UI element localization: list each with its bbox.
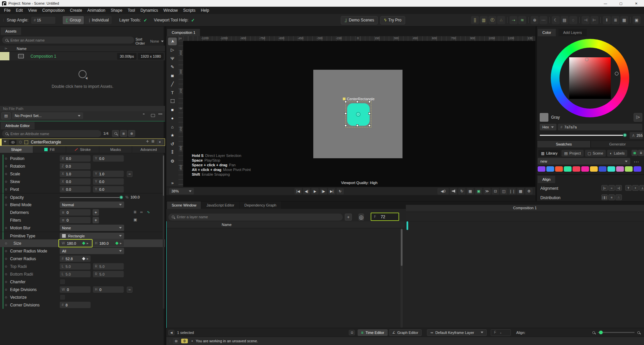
- alpha-slider[interactable]: [540, 135, 626, 136]
- align-right-icon[interactable]: =|: [615, 185, 622, 191]
- panel-icon[interactable]: ◫: [500, 188, 507, 194]
- keyframe-next-icon[interactable]: ▶: [87, 242, 89, 245]
- palette-swatch[interactable]: [607, 166, 615, 172]
- attribute-dot-icon[interactable]: [5, 173, 7, 175]
- opacity-knob[interactable]: [119, 195, 123, 199]
- menu-tool[interactable]: Tool: [125, 7, 138, 14]
- add-icon[interactable]: +: [93, 209, 99, 216]
- wave-icon[interactable]: ∿: [147, 210, 150, 214]
- select-tool[interactable]: ➤: [168, 38, 177, 45]
- checkbox-chamfer[interactable]: [60, 279, 65, 285]
- add-circle-icon[interactable]: ⊕: [531, 16, 539, 24]
- pentagon-tool[interactable]: ⌂: [168, 123, 177, 131]
- step-back-icon[interactable]: ◀|: [303, 188, 310, 194]
- pin-icon[interactable]: ✛: [146, 139, 149, 145]
- individual-button[interactable]: ⢸Individual: [85, 16, 112, 24]
- attribute-dot-icon[interactable]: [5, 289, 7, 291]
- layer-search-input[interactable]: Enter a layer name: [168, 214, 343, 221]
- selection-handle[interactable]: [368, 112, 371, 115]
- screen-icon[interactable]: [151, 114, 155, 117]
- step-forward-icon[interactable]: |▶: [320, 188, 327, 194]
- collapse-icon[interactable]: ◀: [168, 330, 174, 335]
- onion-icon[interactable]: ◎: [359, 214, 364, 221]
- keyframe-area[interactable]: [406, 228, 644, 328]
- tab-dependency-graph[interactable]: Dependency Graph: [240, 202, 281, 209]
- list-view-icon[interactable]: ≣: [638, 150, 644, 156]
- palette-select[interactable]: new: [538, 158, 630, 165]
- dash-arrow-icon[interactable]: ⇢: [509, 16, 518, 24]
- eye-icon[interactable]: [9, 140, 16, 145]
- attribute-dot-icon[interactable]: [5, 266, 7, 268]
- keyframe-next-icon[interactable]: ▶: [87, 257, 89, 260]
- arc-tool[interactable]: ↺: [168, 140, 177, 148]
- project-icon[interactable]: ▤: [1, 112, 11, 119]
- menu-scripts[interactable]: Scripts: [180, 7, 198, 14]
- add-layer-button[interactable]: +: [345, 214, 352, 221]
- palette-swatch[interactable]: [581, 166, 589, 172]
- burst-tool[interactable]: ⁑: [168, 149, 177, 157]
- lib-tab-scene[interactable]: ▢Scene: [585, 150, 606, 157]
- saturation-value-box[interactable]: [569, 57, 611, 99]
- align-bottom-icon[interactable]: ⊥: [639, 185, 644, 191]
- menu-edit[interactable]: Edit: [13, 7, 25, 14]
- menu-dynamics[interactable]: Dynamics: [138, 7, 161, 14]
- demo-scenes-button[interactable]: ⣸ Demo Scenes: [341, 16, 378, 24]
- selection-handle[interactable]: [344, 101, 347, 103]
- value-field[interactable]: Y0.0: [93, 186, 124, 192]
- attr-tab-masks[interactable]: Masks: [99, 146, 132, 153]
- attribute-dot-icon[interactable]: [5, 188, 7, 190]
- tab-generator[interactable]: Generator: [591, 140, 644, 148]
- asset-row[interactable]: Composition 130.00fps1920 x 1080: [0, 52, 165, 60]
- keyframe-icon[interactable]: [82, 242, 85, 245]
- zoom-select[interactable]: 38%: [169, 188, 194, 194]
- skip-end-icon[interactable]: ▶|: [328, 188, 335, 194]
- tab-align[interactable]: Align: [538, 176, 555, 183]
- playhead-line[interactable]: [166, 221, 167, 328]
- expand-all-icon[interactable]: ≣: [120, 130, 127, 137]
- link-icon[interactable]: ∞: [140, 210, 143, 214]
- value-field[interactable]: H180.0▶: [93, 240, 124, 246]
- warning-count-badge[interactable]: 0: [181, 339, 188, 343]
- graph-editor-button[interactable]: ∠ Graph Editor: [389, 329, 422, 336]
- scatter-icon[interactable]: ∴: [497, 16, 505, 24]
- hex-value-field[interactable]: #7a7a7a: [558, 124, 642, 130]
- attr-tab-advanced[interactable]: Advanced: [132, 146, 165, 153]
- maximize-icon[interactable]: ▢: [613, 0, 629, 7]
- value-field[interactable]: Y0.0: [93, 155, 124, 162]
- frame-f-icon[interactable]: Ⓕ: [488, 16, 496, 24]
- speaker-icon[interactable]: [450, 188, 457, 194]
- align-right-icon[interactable]: ⊢: [590, 16, 598, 24]
- checker-icon[interactable]: ▩: [517, 188, 524, 194]
- zoom-knob[interactable]: [599, 331, 603, 334]
- checkbox-vectorize[interactable]: [60, 294, 65, 300]
- distribute-h-icon[interactable]: |❙|: [601, 194, 608, 200]
- zoom-in-icon[interactable]: [637, 331, 640, 334]
- palette-swatch[interactable]: [634, 166, 641, 172]
- palette-swatch[interactable]: [555, 166, 563, 172]
- selection-handle[interactable]: [356, 101, 359, 103]
- palette-swatch[interactable]: [573, 166, 580, 172]
- minimize-icon[interactable]: —: [598, 0, 613, 7]
- alpha-value-field[interactable]: A255: [630, 132, 643, 139]
- hue-cursor[interactable]: [615, 72, 619, 75]
- value-field[interactable]: W0: [60, 286, 91, 293]
- group-button[interactable]: ⣏Group: [63, 16, 84, 24]
- value-field[interactable]: X0.0: [60, 155, 91, 162]
- palette-swatch[interactable]: [564, 166, 572, 172]
- value-field[interactable]: W180.0▶: [60, 240, 91, 246]
- direct-select-tool[interactable]: ▷: [168, 46, 177, 54]
- keyframe-icon[interactable]: [115, 242, 118, 245]
- columns-icon[interactable]: ‖: [603, 16, 611, 24]
- attribute-dot-icon[interactable]: [5, 258, 7, 260]
- keyframe-next-icon[interactable]: ▶: [120, 242, 122, 245]
- box-icon[interactable]: ▣: [133, 218, 137, 222]
- attribute-dot-icon[interactable]: [5, 281, 7, 283]
- opacity-slider[interactable]: [60, 197, 122, 198]
- attribute-search-input[interactable]: Enter an Attribute name: [2, 130, 101, 137]
- dropdown-corner-radius-mode[interactable]: All: [60, 248, 124, 254]
- count-field[interactable]: ≣0: [60, 209, 91, 216]
- keyframe-layer-select[interactable]: ≔ Default Keyframe Layer: [427, 329, 487, 336]
- search-settings-icon[interactable]: [112, 130, 119, 137]
- distribute-v-icon[interactable]: ≡: [608, 194, 615, 200]
- align-center-v-icon[interactable]: +: [632, 185, 639, 191]
